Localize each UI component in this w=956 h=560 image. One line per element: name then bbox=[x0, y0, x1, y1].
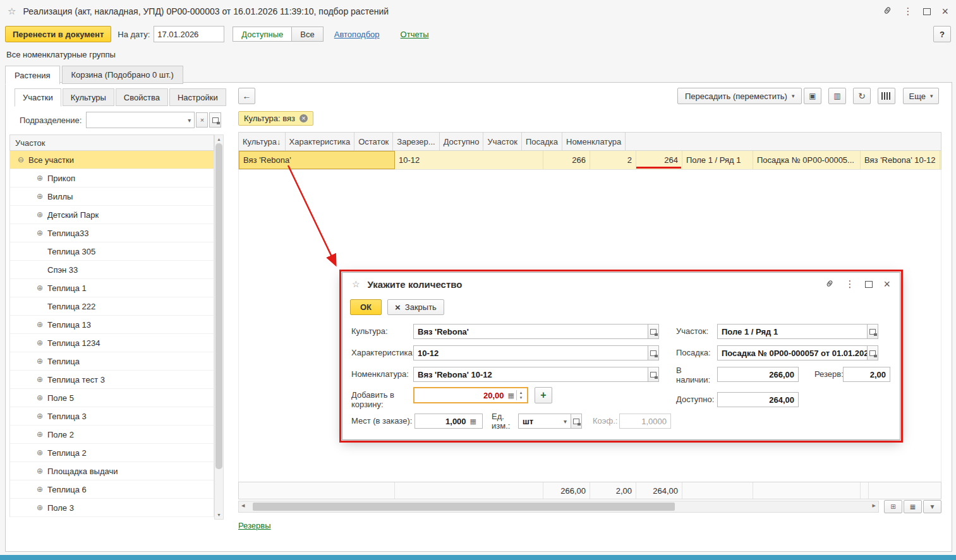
link-icon[interactable] bbox=[883, 6, 892, 17]
tree-expand-icon[interactable]: ⊕ bbox=[34, 467, 45, 475]
tree-expand-icon[interactable]: ⊕ bbox=[34, 393, 45, 402]
tree-item[interactable]: ⊕ Детский Парк bbox=[10, 206, 214, 224]
calculator-icon[interactable]: ▦ bbox=[508, 391, 514, 400]
close-icon[interactable]: × bbox=[941, 7, 948, 16]
kebab-menu-icon[interactable]: ⋮ bbox=[903, 6, 912, 17]
scroll-left-icon[interactable]: ◀ bbox=[241, 503, 245, 508]
tree-expand-icon[interactable]: ⊕ bbox=[34, 320, 45, 329]
tree-item[interactable]: ⊕ Теплица тест 3 bbox=[10, 371, 214, 389]
tree-item[interactable]: Теплица 222 bbox=[10, 297, 214, 316]
tree-expand-icon[interactable]: ⊕ bbox=[34, 430, 45, 439]
nomenclature-picker-icon[interactable] bbox=[648, 367, 659, 382]
refresh-icon[interactable]: ↻ bbox=[853, 88, 871, 104]
characteristic-picker-icon[interactable] bbox=[648, 345, 659, 360]
filter-chip[interactable]: Культура: вяз × bbox=[238, 111, 313, 126]
division-picker-icon[interactable] bbox=[209, 112, 221, 128]
tree-item[interactable]: ⊕ Виллы bbox=[10, 188, 214, 206]
ok-button[interactable]: ОК bbox=[350, 299, 382, 315]
tab-cart[interactable]: Корзина (Подобрано 0 шт.) bbox=[62, 66, 183, 84]
plot-picker-icon[interactable] bbox=[867, 324, 878, 339]
transfer-to-document-button[interactable]: Перенести в документ bbox=[5, 26, 111, 42]
favorite-star-icon[interactable]: ☆ bbox=[8, 6, 16, 17]
tree-item[interactable]: Спэн 33 bbox=[10, 261, 214, 279]
column-header[interactable]: Номенклатура ↓ bbox=[562, 133, 626, 150]
cell-characteristic[interactable]: 10-12 bbox=[395, 151, 543, 169]
tree-expand-icon[interactable]: ⊕ bbox=[34, 375, 45, 384]
tree-item[interactable]: ⊕ Прикоп bbox=[10, 169, 214, 188]
column-header[interactable]: Культура ↓ bbox=[239, 133, 286, 150]
tree-item[interactable]: ⊕ Теплица 1 bbox=[10, 279, 214, 297]
tree-column-header[interactable]: Участок bbox=[9, 134, 214, 151]
reports-link[interactable]: Отчеты bbox=[401, 30, 429, 39]
tree-item[interactable]: ⊕ Поле 2 bbox=[10, 426, 214, 444]
back-button[interactable]: ← bbox=[238, 88, 255, 104]
data-terminal-icon[interactable]: ▣ bbox=[804, 88, 821, 104]
tree-expand-icon[interactable]: ⊕ bbox=[34, 174, 45, 182]
tree-expand-icon[interactable]: ⊕ bbox=[34, 412, 45, 420]
tree-scroll-thumb[interactable] bbox=[215, 143, 222, 469]
date-input[interactable]: 17.01.2026 bbox=[154, 26, 224, 42]
toggle-all-button[interactable]: Все bbox=[291, 27, 323, 42]
tree-expand-icon[interactable]: ⊕ bbox=[34, 503, 45, 512]
planting-input[interactable]: Посадка № 0Р00-000057 от 01.01.2024 bbox=[717, 345, 868, 360]
tab-plants[interactable]: Растения bbox=[5, 66, 60, 85]
reserves-link[interactable]: Резервы bbox=[238, 521, 271, 530]
culture-input[interactable]: Вяз 'Rebona' bbox=[413, 324, 648, 339]
hscroll-thumb[interactable] bbox=[253, 503, 675, 511]
toggle-available-button[interactable]: Доступные bbox=[233, 27, 292, 42]
chip-remove-icon[interactable]: × bbox=[300, 114, 308, 122]
plot-input[interactable]: Поле 1 / Ряд 1 bbox=[717, 324, 868, 339]
nomenclature-input[interactable]: Вяз 'Rebona' 10-12 bbox=[413, 367, 648, 382]
column-header[interactable]: Участок ↓ bbox=[483, 133, 522, 150]
cell-reserved[interactable]: 2 bbox=[590, 151, 636, 169]
scroll-up-icon[interactable]: ▲ bbox=[217, 135, 221, 143]
calculator-icon[interactable]: ▦ bbox=[470, 417, 476, 426]
plant-row[interactable]: Вяз 'Rebona' 10-12 266 2 264 Поле 1 / Ря… bbox=[238, 151, 941, 170]
columns-icon[interactable]: ▥ bbox=[828, 88, 846, 104]
column-header[interactable]: Остаток ↓ bbox=[354, 133, 393, 150]
spin-up-icon[interactable]: ▴ bbox=[520, 390, 523, 395]
quantity-spinner[interactable]: ▴ ▾ bbox=[516, 390, 525, 400]
cell-rest[interactable]: 266 bbox=[543, 151, 590, 169]
kebab-menu-icon[interactable]: ⋮ bbox=[845, 278, 854, 290]
tree-item[interactable]: ⊕ Поле 3 bbox=[10, 499, 214, 517]
tree-scrollbar[interactable]: ▲ ▼ bbox=[214, 134, 224, 520]
tree-expand-icon[interactable]: ⊕ bbox=[34, 210, 45, 219]
dropdown-icon[interactable]: ▾ bbox=[564, 418, 567, 425]
tree-item[interactable]: Теплица 305 bbox=[10, 242, 214, 261]
tree-item[interactable]: ⊖ Все участки bbox=[10, 151, 214, 169]
scroll-right-icon[interactable]: ▶ bbox=[873, 503, 876, 508]
tree-item[interactable]: ⊕ Теплица 6 bbox=[10, 480, 214, 499]
tree-item[interactable]: ⊕ Теплица33 bbox=[10, 224, 214, 242]
tree-item[interactable]: ⊕ Площадка выдачи bbox=[10, 462, 214, 480]
tree-expand-icon[interactable]: ⊖ bbox=[15, 155, 27, 164]
left-panel-tab[interactable]: Настройки bbox=[169, 88, 226, 106]
maximize-icon[interactable] bbox=[865, 281, 873, 288]
tree-expand-icon[interactable]: ⊕ bbox=[34, 448, 45, 457]
tree-item[interactable]: ⊕ Теплица 3 bbox=[10, 407, 214, 426]
help-button[interactable]: ? bbox=[933, 26, 951, 42]
autopick-link[interactable]: Автоподбор bbox=[334, 30, 380, 39]
cell-plot[interactable]: Поле 1 / Ряд 1 bbox=[682, 151, 753, 169]
table-hscrollbar[interactable]: ◀ ▶ bbox=[238, 501, 879, 513]
left-panel-tab[interactable]: Участки bbox=[15, 88, 61, 107]
dropdown-icon[interactable]: ▾ bbox=[188, 117, 191, 124]
division-input[interactable]: ▾ bbox=[86, 112, 195, 128]
unit-picker-icon[interactable] bbox=[571, 414, 582, 429]
maximize-icon[interactable] bbox=[923, 8, 931, 15]
close-button[interactable]: × Закрыть bbox=[387, 299, 444, 315]
tree-item[interactable]: ⊕ Теплица 2 bbox=[10, 444, 214, 462]
characteristic-input[interactable]: 10-12 bbox=[413, 345, 648, 360]
tree-expand-icon[interactable]: ⊕ bbox=[34, 283, 45, 292]
tree-item[interactable]: ⊕ Теплица 13 bbox=[10, 316, 214, 334]
tree-item[interactable]: ⊕ Теплица 1234 bbox=[10, 334, 214, 352]
column-header[interactable]: Доступно ↓ bbox=[440, 133, 484, 150]
cell-culture[interactable]: Вяз 'Rebona' bbox=[239, 151, 395, 169]
scroll-down-icon[interactable]: ▼ bbox=[217, 511, 221, 519]
table-tool-icon-2[interactable]: ▦ bbox=[904, 500, 922, 513]
tree-item[interactable]: ⊕ Теплица bbox=[10, 352, 214, 371]
clear-icon[interactable]: × bbox=[196, 112, 208, 128]
tree-expand-icon[interactable]: ⊕ bbox=[34, 192, 45, 201]
tree-expand-icon[interactable]: ⊕ bbox=[34, 357, 45, 366]
quantity-input[interactable]: 20,00 ▦ ▴ ▾ bbox=[413, 387, 528, 403]
